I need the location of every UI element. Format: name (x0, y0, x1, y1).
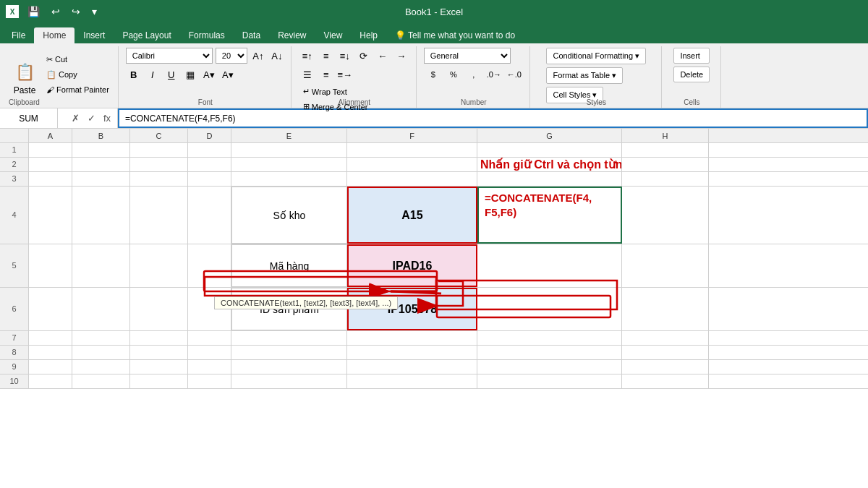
delete-button[interactable]: Delete (673, 67, 710, 82)
cell-g9[interactable] (477, 360, 622, 374)
italic-button[interactable]: I (145, 67, 161, 82)
fill-color-button[interactable]: A▾ (201, 67, 217, 82)
cell-a4[interactable] (29, 187, 72, 244)
font-color-button[interactable]: A▾ (220, 67, 236, 82)
formula-input[interactable] (118, 108, 868, 128)
cell-h7[interactable] (622, 331, 709, 345)
text-direction-button[interactable]: ⟳ (355, 48, 373, 64)
cell-h10[interactable] (622, 374, 709, 388)
cell-h5[interactable] (622, 244, 709, 287)
cell-h1[interactable] (622, 143, 709, 157)
cell-a1[interactable] (29, 143, 72, 157)
cell-b8[interactable] (72, 346, 130, 359)
cell-b9[interactable] (72, 360, 130, 374)
cut-button[interactable]: ✂ Cut (43, 53, 112, 66)
cell-d7[interactable] (188, 331, 231, 345)
cell-g10[interactable] (477, 374, 622, 388)
cell-f9[interactable] (347, 360, 477, 374)
cell-c8[interactable] (130, 346, 188, 359)
insert-function-button[interactable]: fx (100, 111, 114, 126)
cell-f1[interactable] (347, 143, 477, 157)
font-size-select[interactable]: 20 (216, 48, 247, 64)
number-format-select[interactable]: General (424, 48, 511, 64)
tab-page-layout[interactable]: Page Layout (114, 27, 179, 43)
cell-d10[interactable] (188, 374, 231, 388)
cell-c3[interactable] (130, 172, 188, 186)
align-bottom-button[interactable]: ≡↓ (336, 48, 354, 64)
cell-g4-formula[interactable]: =CONCATENATE(F4,F5,F6) (477, 187, 622, 244)
confirm-formula-button[interactable]: ✓ (84, 111, 98, 126)
percent-button[interactable]: % (444, 67, 463, 82)
cell-b7[interactable] (72, 331, 130, 345)
underline-button[interactable]: U (163, 67, 179, 82)
format-painter-button[interactable]: 🖌 Format Painter (43, 84, 112, 95)
cell-f5-value[interactable]: IPAD16 (347, 244, 477, 287)
dollar-button[interactable]: $ (424, 67, 443, 82)
cell-d4[interactable] (188, 187, 231, 244)
indent-increase-button[interactable]: → (393, 48, 410, 64)
cell-d3[interactable] (188, 172, 231, 186)
cell-h4[interactable] (622, 187, 709, 244)
cell-b4[interactable] (72, 187, 130, 244)
cell-g6[interactable] (477, 288, 622, 330)
cell-g3[interactable] (477, 172, 622, 186)
cell-f2[interactable] (347, 158, 477, 171)
cell-a3[interactable] (29, 172, 72, 186)
align-middle-button[interactable]: ≡ (318, 48, 335, 64)
wrap-text-button[interactable]: ↵ Wrap Text (299, 85, 410, 98)
cell-a8[interactable] (29, 346, 72, 359)
cell-c4[interactable] (130, 187, 188, 244)
cell-h2[interactable] (622, 158, 709, 171)
cell-d2[interactable] (188, 158, 231, 171)
cell-d1[interactable] (188, 143, 231, 157)
cell-g5[interactable] (477, 244, 622, 287)
font-shrink-button[interactable]: A↓ (269, 48, 285, 64)
cell-e3[interactable] (231, 172, 347, 186)
cell-e10[interactable] (231, 374, 347, 388)
tab-review[interactable]: Review (269, 27, 315, 43)
cell-g1[interactable] (477, 143, 622, 157)
indent-decrease-button[interactable]: ← (374, 48, 391, 64)
cancel-formula-button[interactable]: ✗ (68, 111, 82, 126)
tab-formulas[interactable]: Formulas (180, 27, 234, 43)
cell-c6[interactable] (130, 288, 188, 330)
cell-a7[interactable] (29, 331, 72, 345)
tab-file[interactable]: File (3, 27, 34, 43)
cell-a2[interactable] (29, 158, 72, 171)
cell-e1[interactable] (231, 143, 347, 157)
cell-c5[interactable] (130, 244, 188, 287)
cell-h9[interactable] (622, 360, 709, 374)
cell-e8[interactable] (231, 346, 347, 359)
cell-c7[interactable] (130, 331, 188, 345)
tab-data[interactable]: Data (234, 27, 269, 43)
cell-d8[interactable] (188, 346, 231, 359)
tab-help[interactable]: Help (351, 27, 386, 43)
cell-e2[interactable] (231, 158, 347, 171)
cell-a10[interactable] (29, 374, 72, 388)
cell-d9[interactable] (188, 360, 231, 374)
cell-a6[interactable] (29, 288, 72, 330)
cell-g7[interactable] (477, 331, 622, 345)
tab-insert[interactable]: Insert (75, 27, 114, 43)
tab-tell-me[interactable]: 💡 Tell me what you want to do (386, 27, 524, 43)
comma-button[interactable]: , (464, 67, 483, 82)
cell-e9[interactable] (231, 360, 347, 374)
cell-h6[interactable] (622, 288, 709, 330)
name-box[interactable]: SUM (0, 108, 58, 128)
cell-b1[interactable] (72, 143, 130, 157)
cell-f7[interactable] (347, 331, 477, 345)
cell-b6[interactable] (72, 288, 130, 330)
font-grow-button[interactable]: A↑ (250, 48, 266, 64)
font-name-select[interactable]: Calibri (126, 48, 213, 64)
cell-f8[interactable] (347, 346, 477, 359)
customize-qat-button[interactable]: ▾ (89, 4, 100, 19)
conditional-formatting-button[interactable]: Conditional Formatting ▾ (546, 48, 646, 64)
cell-h8[interactable] (622, 346, 709, 359)
cell-b10[interactable] (72, 374, 130, 388)
insert-button[interactable]: Insert (673, 48, 710, 64)
cell-e7[interactable] (231, 331, 347, 345)
cell-g2[interactable]: Nhấn giữ Ctrl và chọn từng ô (477, 158, 622, 171)
cell-b3[interactable] (72, 172, 130, 186)
cell-f3[interactable] (347, 172, 477, 186)
cell-a5[interactable] (29, 244, 72, 287)
